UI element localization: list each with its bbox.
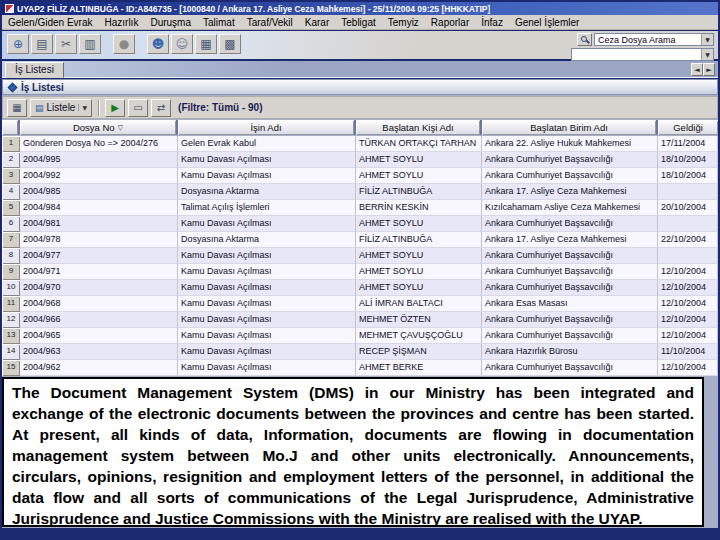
row-number-cell: 2 xyxy=(2,152,20,168)
column-header-baslatan-birim[interactable]: Başlatan Birim Adı xyxy=(482,120,658,135)
column-header-baslatan-kisi[interactable]: Başlatan Kişi Adı xyxy=(356,120,482,135)
table-row[interactable]: 2 2004/995 Kamu Davası Açılması AHMET SO… xyxy=(2,152,718,168)
baslatan-kisi-cell: MEHMET ÖZTEN xyxy=(356,312,482,328)
calculator-icon[interactable]: ▦ xyxy=(195,34,217,54)
row-number-cell: 13 xyxy=(2,328,20,344)
table-row[interactable]: 7 2004/978 Dosyasına Aktarma FİLİZ ALTIN… xyxy=(2,232,718,248)
cut-icon[interactable]: ✂ xyxy=(55,34,77,54)
tab-scroll-left-button[interactable]: ◄ xyxy=(691,63,703,76)
isin-adi-cell: Gelen Evrak Kabul xyxy=(178,136,356,152)
menu-item[interactable]: Raporlar xyxy=(425,17,475,28)
column-header-dosya-no[interactable]: Dosya No ▽ xyxy=(20,120,178,135)
baslatan-birim-cell: Kızılcahamam Asliye Ceza Mahkemesi xyxy=(482,200,658,216)
table-row[interactable]: 14 2004/963 Kamu Davası Açılması RECEP Ş… xyxy=(2,344,718,360)
dosya-no-cell: 2004/985 xyxy=(20,184,178,200)
baslatan-kisi-cell: AHMET SOYLU xyxy=(356,152,482,168)
menu-item[interactable]: Tebligat xyxy=(335,17,381,28)
add-user-icon[interactable]: ☺ xyxy=(171,34,193,54)
menu-item[interactable]: Hazırlık xyxy=(99,17,145,28)
geldigi-cell xyxy=(658,184,718,200)
table-row[interactable]: 4 2004/985 Dosyasına Aktarma FİLİZ ALTIN… xyxy=(2,184,718,200)
geldigi-cell: 20/10/2004 xyxy=(658,200,718,216)
baslatan-birim-cell: Ankara Cumhuriyet Başsavcılığı xyxy=(482,248,658,264)
case-search-combobox[interactable]: Ceza Dosya Arama ▼ xyxy=(594,33,714,46)
table-row[interactable]: 11 2004/968 Kamu Davası Açılması ALİ İMR… xyxy=(2,296,718,312)
table-row[interactable]: 13 2004/965 Kamu Davası Açılması MEHMET … xyxy=(2,328,718,344)
menu-item[interactable]: Duruşma xyxy=(144,17,197,28)
baslatan-kisi-cell: AHMET SOYLU xyxy=(356,248,482,264)
baslatan-birim-cell: Ankara 17. Asliye Ceza Mahkemesi xyxy=(482,184,658,200)
grid-icon[interactable]: ▩ xyxy=(219,34,241,54)
table-row[interactable]: 6 2004/981 Kamu Davası Açılması AHMET SO… xyxy=(2,216,718,232)
row-number-cell: 11 xyxy=(2,296,20,312)
geldigi-cell: 11/10/2004 xyxy=(658,344,718,360)
table-row[interactable]: 8 2004/977 Kamu Davası Açılması AHMET SO… xyxy=(2,248,718,264)
paste-icon[interactable]: ▥ xyxy=(79,34,101,54)
search-button[interactable] xyxy=(577,33,592,46)
record-icon[interactable]: ● xyxy=(113,34,135,54)
caption-overlay: The Document Management System (DMS) in … xyxy=(2,377,704,527)
table-header-row: Dosya No ▽ İşin Adı Başlatan Kişi Adı Ba… xyxy=(2,120,718,135)
table-row[interactable]: 1 Gönderen Dosya No => 2004/276 Gelen Ev… xyxy=(2,136,718,152)
tab-strip: İş Listesi ◄ ► xyxy=(2,61,718,78)
menu-item[interactable]: Genel İşlemler xyxy=(509,17,585,28)
menu-item[interactable]: Karar xyxy=(299,17,335,28)
isin-adi-cell: Kamu Davası Açılması xyxy=(178,360,356,376)
baslatan-birim-cell: Ankara Cumhuriyet Başsavcılığı xyxy=(482,216,658,232)
baslatan-kisi-cell: ALİ İMRAN BALTACI xyxy=(356,296,482,312)
table-row[interactable]: 3 2004/992 Kamu Davası Açılması AHMET SO… xyxy=(2,168,718,184)
baslatan-birim-cell: Ankara Cumhuriyet Başsavcılığı xyxy=(482,168,658,184)
listele-button[interactable]: ▤ Listele ▼ xyxy=(30,99,92,117)
tab-scroll-right-button[interactable]: ► xyxy=(703,63,715,76)
menu-item[interactable]: Talimat xyxy=(197,17,241,28)
table-row[interactable]: 15 2004/962 Kamu Davası Açılması AHMET B… xyxy=(2,360,718,376)
baslatan-birim-cell: Ankara Cumhuriyet Başsavcılığı xyxy=(482,264,658,280)
globe-icon[interactable]: ⊕ xyxy=(7,34,29,54)
menu-item[interactable]: İnfaz xyxy=(475,17,509,28)
uyap-application-window: UYAP2 FİLİZ ALTINBUĞA - ID:A846735 - [10… xyxy=(0,0,720,540)
baslatan-kisi-cell: AHMET SOYLU xyxy=(356,280,482,296)
chevron-down-icon[interactable]: ▼ xyxy=(701,49,713,60)
users-icon[interactable]: ☻ xyxy=(147,34,169,54)
baslatan-kisi-cell: AHMET SOYLU xyxy=(356,264,482,280)
secondary-combobox[interactable]: ▼ xyxy=(571,48,714,61)
worklist-table-body: 1 Gönderen Dosya No => 2004/276 Gelen Ev… xyxy=(2,136,718,376)
run-worklist-button[interactable]: ▶ xyxy=(105,99,125,117)
row-number-cell: 15 xyxy=(2,360,20,376)
table-row[interactable]: 9 2004/971 Kamu Davası Açılması AHMET SO… xyxy=(2,264,718,280)
menu-item[interactable]: Temyiz xyxy=(382,17,425,28)
tab-is-listesi[interactable]: İş Listesi xyxy=(5,62,64,78)
note-button[interactable]: ▭ xyxy=(128,99,148,117)
column-header-geldigi[interactable]: Geldiği xyxy=(658,120,718,135)
dosya-no-cell: 2004/981 xyxy=(20,216,178,232)
tab-scroll-buttons: ◄ ► xyxy=(691,63,715,76)
play-icon: ▶ xyxy=(111,102,119,113)
baslatan-birim-cell: Ankara Cumhuriyet Başsavcılığı xyxy=(482,312,658,328)
menu-item[interactable]: Taraf/Vekil xyxy=(241,17,299,28)
grid-settings-button[interactable]: ▦ xyxy=(7,99,27,117)
isin-adi-cell: Kamu Davası Açılması xyxy=(178,248,356,264)
table-row[interactable]: 10 2004/970 Kamu Davası Açılması AHMET S… xyxy=(2,280,718,296)
copy-document-icon[interactable]: ▤ xyxy=(31,34,53,54)
table-row[interactable]: 12 2004/966 Kamu Davası Açılması MEHMET … xyxy=(2,312,718,328)
geldigi-cell: 18/10/2004 xyxy=(658,152,718,168)
dosya-no-cell: 2004/962 xyxy=(20,360,178,376)
table-row[interactable]: 5 2004/984 Talimat Açılış İşlemleri BERR… xyxy=(2,200,718,216)
row-number-cell: 3 xyxy=(2,168,20,184)
geldigi-cell xyxy=(658,248,718,264)
geldigi-cell: 12/10/2004 xyxy=(658,328,718,344)
baslatan-birim-cell: Ankara 22. Asliye Hukuk Mahkemesi xyxy=(482,136,658,152)
menu-item[interactable]: Gelen/Giden Evrak xyxy=(2,17,99,28)
baslatan-birim-cell: Ankara 17. Asliye Ceza Mahkemesi xyxy=(482,232,658,248)
list-icon: ▤ xyxy=(35,103,44,113)
isin-adi-cell: Kamu Davası Açılması xyxy=(178,264,356,280)
geldigi-cell: 12/10/2004 xyxy=(658,360,718,376)
column-header-isin-adi[interactable]: İşin Adı xyxy=(178,120,356,135)
baslatan-kisi-cell: FİLİZ ALTINBUĞA xyxy=(356,232,482,248)
row-number-cell: 6 xyxy=(2,216,20,232)
refresh-button[interactable]: ⇄ xyxy=(151,99,171,117)
chevron-down-icon[interactable]: ▼ xyxy=(701,34,713,45)
isin-adi-cell: Kamu Davası Açılması xyxy=(178,328,356,344)
baslatan-kisi-cell: AHMET SOYLU xyxy=(356,216,482,232)
geldigi-cell: 12/10/2004 xyxy=(658,296,718,312)
